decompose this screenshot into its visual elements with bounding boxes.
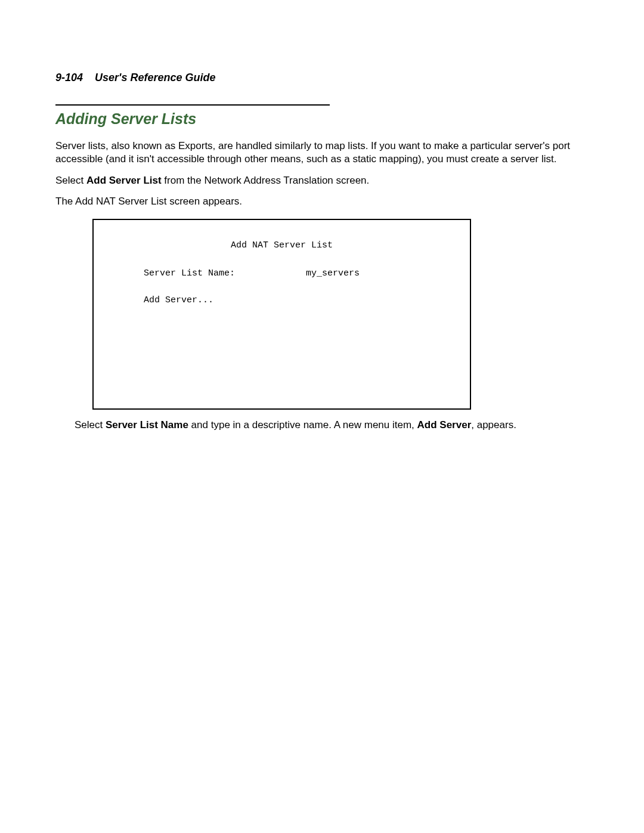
- header-spacer: [86, 72, 92, 83]
- select-bold: Add Server List: [86, 175, 162, 186]
- section-heading: Adding Server Lists: [55, 110, 590, 128]
- select-suffix: from the Network Address Translation scr…: [162, 175, 370, 186]
- instr-suffix: , appears.: [471, 419, 516, 431]
- add-server-menu-item: Add Server...: [94, 295, 470, 305]
- console-title: Add NAT Server List: [94, 240, 470, 250]
- console-screen: Add NAT Server List Server List Name: my…: [92, 219, 471, 410]
- server-list-name-label: Server List Name:: [144, 268, 306, 278]
- page-number: 9-104: [55, 72, 83, 83]
- instr-prefix: Select: [75, 419, 106, 431]
- select-instruction: Select Add Server List from the Network …: [55, 174, 590, 187]
- intro-paragraph: Server lists, also known as Exports, are…: [55, 140, 590, 166]
- select-prefix: Select: [55, 175, 86, 186]
- section-rule: [55, 104, 330, 106]
- instr-mid: and type in a descriptive name. A new me…: [188, 419, 417, 431]
- console-field-row: Server List Name: my_servers: [94, 268, 470, 278]
- instr-bold-server-list-name: Server List Name: [106, 419, 188, 431]
- instr-bold-add-server: Add Server: [417, 419, 472, 431]
- appears-paragraph: The Add NAT Server List screen appears.: [55, 195, 590, 208]
- server-list-name-value: my_servers: [306, 268, 360, 278]
- page-header: 9-104 User's Reference Guide: [55, 72, 590, 84]
- page-content: 9-104 User's Reference Guide Adding Serv…: [0, 0, 644, 431]
- doc-title: User's Reference Guide: [95, 72, 215, 83]
- instruction-paragraph: Select Server List Name and type in a de…: [75, 419, 590, 431]
